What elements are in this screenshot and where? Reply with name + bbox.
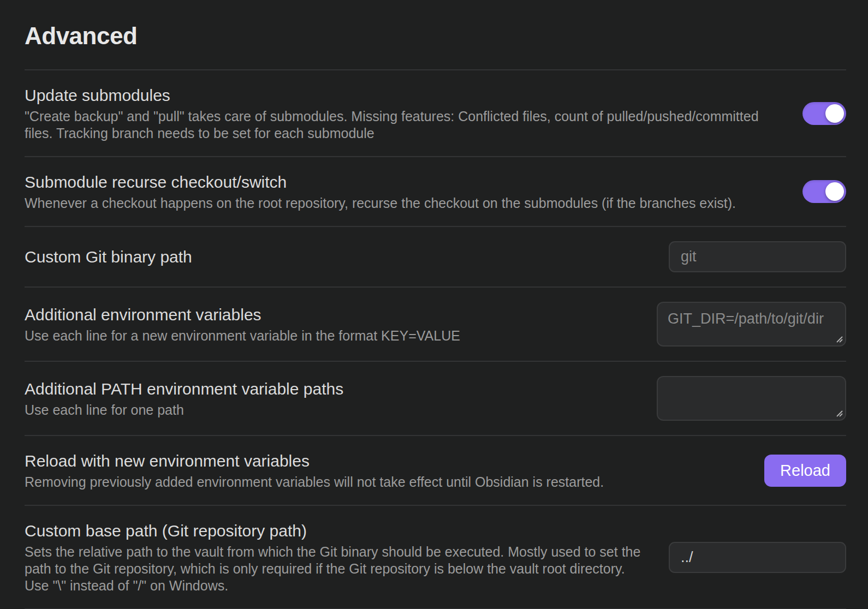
setting-control — [802, 102, 846, 125]
setting-name-git-binary-path: Custom Git binary path — [25, 246, 647, 267]
git-binary-path-input[interactable] — [669, 241, 846, 272]
setting-control: Reload — [764, 455, 846, 487]
setting-row-env-variables: Additional environment variables Use eac… — [25, 286, 846, 361]
setting-name-custom-base-path: Custom base path (Git repository path) — [25, 520, 647, 541]
setting-name-reload-env: Reload with new environment variables — [25, 450, 742, 471]
setting-desc-path-variables: Use each line for one path — [25, 402, 635, 419]
setting-info: Update submodules "Create backup" and "p… — [25, 85, 781, 142]
custom-base-path-input[interactable] — [669, 542, 846, 573]
reload-button[interactable]: Reload — [764, 455, 846, 487]
setting-name-env-variables: Additional environment variables — [25, 304, 635, 325]
setting-row-git-binary-path: Custom Git binary path — [25, 226, 846, 286]
setting-control — [802, 180, 846, 203]
setting-desc-update-submodules: "Create backup" and "pull" takes care of… — [25, 108, 781, 142]
setting-row-custom-base-path: Custom base path (Git repository path) S… — [25, 505, 846, 608]
setting-name-update-submodules: Update submodules — [25, 85, 781, 106]
setting-row-reload-env: Reload with new environment variables Re… — [25, 435, 846, 505]
setting-info: Reload with new environment variables Re… — [25, 450, 742, 491]
setting-name-submodule-recurse: Submodule recurse checkout/switch — [25, 171, 781, 193]
setting-desc-submodule-recurse: Whenever a checkout happens on the root … — [25, 195, 781, 212]
path-variables-textarea[interactable] — [657, 376, 846, 421]
setting-row-path-variables: Additional PATH environment variable pat… — [25, 361, 846, 435]
page-title: Advanced — [25, 22, 846, 50]
update-submodules-toggle[interactable] — [802, 102, 846, 125]
toggle-knob — [825, 182, 844, 201]
setting-row-submodule-recurse: Submodule recurse checkout/switch Whenev… — [25, 156, 846, 226]
setting-desc-custom-base-path: Sets the relative path to the vault from… — [25, 544, 647, 594]
setting-control — [657, 376, 846, 421]
submodule-recurse-toggle[interactable] — [802, 180, 846, 203]
setting-info: Submodule recurse checkout/switch Whenev… — [25, 171, 781, 212]
setting-row-update-submodules: Update submodules "Create backup" and "p… — [25, 69, 846, 156]
textarea-wrap — [657, 376, 846, 421]
setting-desc-env-variables: Use each line for a new environment vari… — [25, 327, 635, 344]
setting-info: Custom base path (Git repository path) S… — [25, 520, 647, 594]
setting-control — [669, 542, 846, 573]
settings-pane-advanced: Advanced Update submodules "Create backu… — [0, 22, 868, 609]
setting-info: Custom Git binary path — [25, 246, 647, 267]
setting-desc-reload-env: Removing previously added environment va… — [25, 474, 742, 491]
setting-control — [669, 241, 846, 272]
toggle-knob — [825, 104, 844, 123]
env-variables-textarea[interactable] — [657, 302, 846, 347]
textarea-wrap — [657, 302, 846, 347]
setting-control — [657, 302, 846, 347]
setting-info: Additional PATH environment variable pat… — [25, 378, 635, 419]
setting-name-path-variables: Additional PATH environment variable pat… — [25, 378, 635, 399]
setting-info: Additional environment variables Use eac… — [25, 304, 635, 344]
